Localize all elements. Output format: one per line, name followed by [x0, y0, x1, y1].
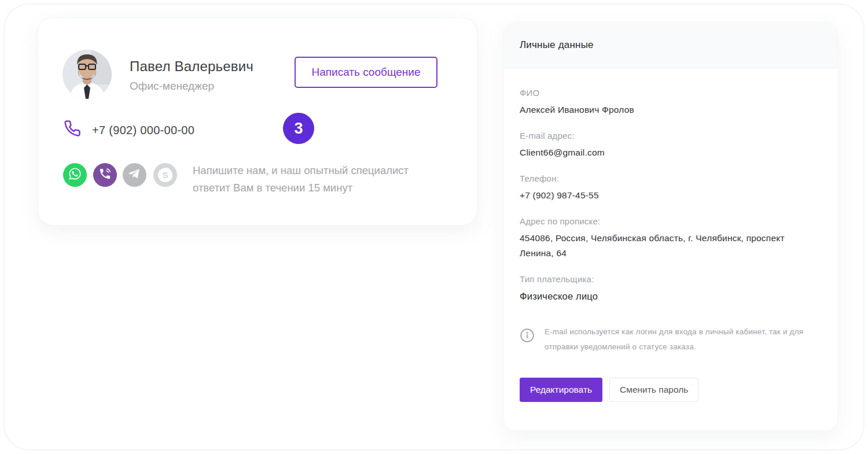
whatsapp-button[interactable]	[63, 163, 87, 187]
personal-card-body: ФИО Алексей Иванович Фролов E-mail адрес…	[504, 68, 837, 402]
telegram-button[interactable]	[123, 163, 146, 187]
skype-button[interactable]: S	[153, 163, 177, 187]
field-value: 454086, Россия, Челябинская область, г. …	[520, 231, 818, 261]
manager-card: Павел Валерьевич Офис-менеджер Написать …	[38, 17, 477, 226]
field-label: Тип плательщика:	[520, 274, 821, 285]
viber-icon	[98, 167, 112, 183]
field-phone: Телефон: +7 (902) 987-45-55	[520, 173, 821, 203]
step-badge: 3	[283, 113, 314, 144]
skype-icon: S	[158, 168, 172, 182]
whatsapp-icon	[68, 167, 82, 183]
edit-button[interactable]: Редактировать	[520, 378, 602, 402]
field-payer-type: Тип плательщика: Физическое лицо	[520, 274, 821, 304]
write-message-label: Написать сообщение	[311, 66, 420, 79]
edit-button-label: Редактировать	[530, 385, 592, 395]
personal-data-card: Личные данные ФИО Алексей Иванович Фроло…	[503, 22, 838, 431]
actions-row: Редактировать Сменить пароль	[520, 378, 821, 402]
phone-icon	[64, 120, 81, 137]
field-fio: ФИО Алексей Иванович Фролов	[520, 87, 821, 117]
field-label: Телефон:	[520, 173, 821, 184]
manager-name: Павел Валерьевич	[130, 58, 253, 75]
change-password-button[interactable]: Сменить пароль	[609, 378, 698, 402]
avatar-illustration	[62, 50, 112, 99]
viber-button[interactable]	[93, 163, 117, 187]
manager-role: Офис-менеджер	[130, 80, 214, 93]
personal-card-header: Личные данные	[504, 23, 837, 68]
page: Павел Валерьевич Офис-менеджер Написать …	[0, 0, 868, 454]
manager-avatar	[62, 50, 112, 99]
write-message-button[interactable]: Написать сообщение	[295, 57, 437, 88]
change-password-label: Сменить пароль	[620, 385, 688, 395]
field-email: E-mail адрес: Client66@gmail.com	[520, 130, 821, 160]
field-value: Client66@gmail.com	[520, 145, 818, 160]
field-label: Адрес по прописке:	[520, 216, 821, 227]
manager-phone-number[interactable]: +7 (902) 000-00-00	[92, 124, 194, 137]
email-info-text: E-mail используется как логин для входа …	[545, 324, 805, 355]
field-value: +7 (902) 987-45-55	[520, 188, 818, 203]
personal-card-title: Личные данные	[520, 39, 594, 51]
email-info-note: E-mail используется как логин для входа …	[520, 324, 821, 355]
field-label: E-mail адрес:	[520, 130, 821, 142]
telegram-icon	[128, 168, 142, 182]
manager-note: Напишите нам, и наш опытный специалист о…	[193, 162, 418, 197]
field-value: Физическое лицо	[520, 289, 818, 304]
field-address: Адрес по прописке: 454086, Россия, Челяб…	[520, 216, 821, 261]
field-label: ФИО	[520, 87, 821, 99]
info-icon	[520, 328, 535, 345]
field-value: Алексей Иванович Фролов	[520, 102, 818, 117]
step-badge-count: 3	[294, 120, 303, 138]
